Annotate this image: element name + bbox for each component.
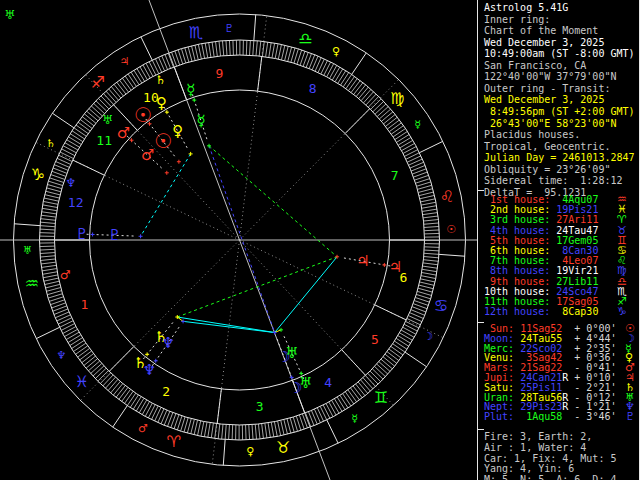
info-text: 10:49:00am (ST -8:00 GMT): [484, 48, 635, 59]
extra-object-icon: ♄: [155, 73, 166, 87]
degree-tick: [222, 41, 223, 56]
planet-value: 1Aqu58: [514, 411, 562, 422]
house-number: 7: [391, 168, 399, 183]
info-line: 122°40'00"W 37°79'00"N: [484, 72, 616, 82]
degree-tick: [70, 134, 83, 142]
degree-tick: [327, 64, 334, 77]
degree-tick: [80, 351, 92, 360]
degree-tick: [204, 422, 207, 437]
degree-tick: [370, 371, 381, 382]
degree-tick: [318, 59, 324, 73]
house-cusp-dotted: [36, 142, 240, 240]
degree-tick: [424, 257, 439, 258]
degree-tick: [184, 418, 188, 432]
sign-boundary: [113, 406, 128, 428]
info-text: Placidus houses.: [484, 129, 580, 140]
degree-tick: [44, 278, 59, 281]
degree-tick: [397, 134, 410, 142]
degree-tick: [127, 393, 135, 405]
info-text: Sidereal time: 1:28:12: [484, 175, 622, 186]
degree-tick: [45, 195, 60, 198]
sign-ruler-icon: ♃: [119, 55, 129, 68]
degree-tick: [42, 272, 57, 275]
degree-tick: [398, 336, 411, 344]
degree-tick: [417, 185, 431, 189]
degree-tick: [278, 44, 281, 59]
degree-tick: [46, 191, 61, 195]
summary-line: Air : 1, Water: 4: [484, 443, 586, 453]
degree-tick: [229, 425, 230, 440]
zodiac-sign-icon: ♐: [91, 73, 105, 92]
natal-planet-icon: ☿: [196, 112, 205, 130]
degree-tick: [73, 343, 85, 351]
degree-tick: [250, 40, 251, 55]
degree-tick: [116, 386, 125, 398]
degree-tick: [75, 346, 87, 355]
degree-tick: [253, 41, 254, 56]
app-title: Astrolog 5.41G: [484, 3, 568, 13]
degree-tick: [281, 420, 284, 435]
section-divider-tick: [477, 190, 484, 191]
degree-tick: [198, 421, 201, 436]
degree-tick: [139, 400, 147, 413]
degree-tick: [64, 329, 77, 336]
degree-tick: [142, 402, 149, 415]
degree-tick: [343, 74, 351, 86]
degree-tick: [117, 82, 126, 94]
degree-tick: [133, 397, 141, 410]
info-text: Astrolog 5.41G: [484, 2, 568, 13]
degree-tick: [246, 40, 247, 55]
degree-tick: [43, 205, 58, 208]
planet-row: Plut: 1Aqu58 - 3°46'♇: [484, 412, 616, 422]
degree-tick: [151, 406, 158, 419]
degree-tick: [114, 84, 123, 96]
zodiac-sign-icon: ♉: [276, 438, 290, 457]
sign-boundary: [36, 327, 59, 338]
transit-planet-icon: ☉: [134, 103, 152, 127]
degree-tick: [122, 78, 131, 90]
degree-tick: [208, 423, 210, 438]
degree-tick: [384, 114, 396, 123]
degree-tick: [423, 266, 438, 268]
degree-tick: [76, 125, 88, 134]
zodiac-sign-icon: ♒: [25, 274, 39, 293]
house-cusp-dotted: [240, 80, 399, 240]
degree-tick: [356, 85, 365, 97]
degree-tick: [137, 68, 145, 81]
degree-tick: [401, 143, 414, 150]
degree-tick: [63, 146, 76, 153]
degree-tick: [249, 425, 250, 440]
degree-tick: [77, 348, 89, 357]
aspect-sextile-line: [141, 154, 191, 236]
degree-tick: [78, 122, 90, 131]
degree-tick: [113, 384, 122, 396]
house-number: 2: [162, 384, 170, 399]
sign-ruler-icon: ♄: [46, 137, 56, 150]
degree-tick: [408, 316, 422, 322]
degree-tick: [219, 41, 221, 56]
info-line: 10:49:00am (ST -8:00 GMT): [484, 49, 635, 59]
degree-tick: [72, 131, 85, 139]
degree-tick: [391, 346, 403, 355]
house-number: 1: [81, 297, 89, 312]
transit-planet-icon: ♇: [75, 225, 88, 243]
degree-tick: [124, 391, 133, 403]
degree-tick: [269, 43, 271, 58]
info-line: Obliquity = 23°26'09": [484, 165, 610, 175]
degree-tick: [40, 256, 55, 257]
house-row: 12th house: 8Cap30♑: [484, 307, 598, 317]
degree-tick: [368, 96, 378, 107]
degree-tick: [43, 201, 58, 204]
degree-tick: [334, 399, 342, 412]
degree-tick: [158, 409, 164, 423]
degree-tick: [74, 128, 86, 136]
degree-tick: [41, 215, 56, 217]
degree-tick: [291, 48, 295, 62]
degree-tick: [66, 140, 79, 148]
degree-tick: [198, 44, 201, 59]
degree-tick: [285, 46, 289, 61]
degree-tick: [422, 209, 437, 211]
sign-ruler-icon: ♅: [23, 244, 33, 257]
degree-tick: [98, 371, 109, 382]
degree-tick: [63, 327, 76, 334]
